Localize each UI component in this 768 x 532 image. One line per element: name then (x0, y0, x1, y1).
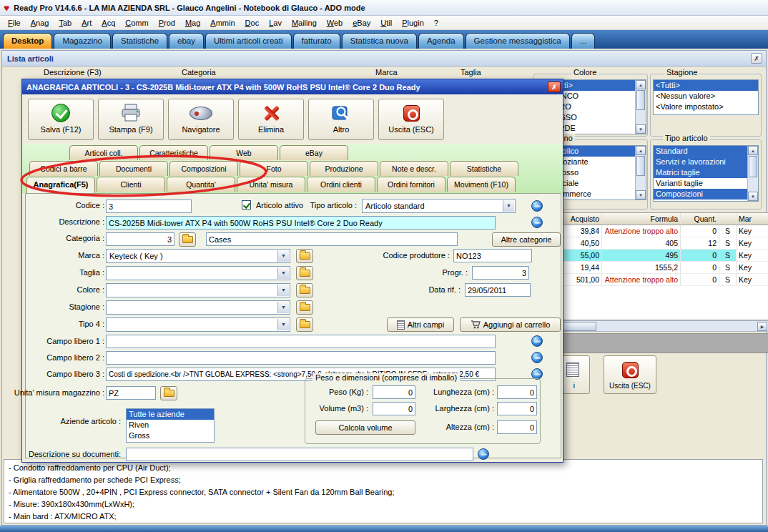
dtab-movimenti[interactable]: Movimenti (F10) (447, 177, 516, 192)
menu-item-mailing[interactable]: Mailing (287, 17, 322, 29)
table-row[interactable]: 40,50 405 12 S Key (534, 237, 768, 250)
dtab-anagrafica[interactable]: Anagrafica(F5) (26, 177, 95, 193)
scroll-thumb[interactable] (749, 156, 757, 177)
menu-item-util[interactable]: Util (375, 17, 397, 29)
menu-item-web[interactable]: Web (322, 17, 348, 29)
web-globe-icon[interactable] (531, 200, 543, 212)
categoria-code-input[interactable] (106, 232, 174, 246)
colore-combo[interactable]: ▼ (106, 283, 290, 297)
dtab-produzione[interactable]: Produzione (310, 161, 378, 176)
elimina-button[interactable]: Elimina (238, 99, 304, 140)
menu-item-lav[interactable]: Lav (264, 17, 287, 29)
codice-produttore-input[interactable] (453, 249, 532, 262)
web-globe-icon[interactable] (478, 448, 489, 460)
col-header[interactable]: Mar (737, 213, 768, 225)
list-item[interactable]: Standard (654, 146, 758, 157)
dtab-quantita[interactable]: Quantita' (167, 177, 235, 192)
descrizione-input[interactable] (106, 216, 496, 230)
chevron-down-icon[interactable]: ▼ (277, 319, 289, 330)
dtab-clienti[interactable]: Clienti (97, 177, 165, 192)
menu-item-prod[interactable]: Prod (154, 17, 180, 29)
price-table-hscrollbar[interactable]: ◀ ▶ (533, 320, 768, 332)
tab-fatturato[interactable]: fatturato (293, 33, 340, 49)
dtab-documenti[interactable]: Documenti (99, 161, 168, 176)
navigatore-button[interactable]: Navigatore (168, 99, 234, 140)
dtab-ordini-clienti[interactable]: Ordini clienti (307, 177, 375, 192)
scroll-up-icon[interactable]: ▲ (636, 80, 646, 89)
dtab-ordini-fornitori[interactable]: Ordini fornitori (377, 177, 445, 192)
tipo-articolo-combo[interactable]: Articolo standard ▼ (362, 199, 516, 213)
table-row-selected[interactable]: 55,00 495 0 S Key (534, 250, 768, 262)
data-rif-input[interactable] (465, 283, 531, 297)
scroll-up-icon[interactable]: ▲ (636, 146, 646, 155)
altri-campi-button[interactable]: Altri campi (387, 317, 454, 332)
menu-item-ebay[interactable]: eBay (348, 17, 375, 29)
dtab-foto[interactable]: Foto (240, 161, 308, 176)
tab-ultimi-articoli-creati[interactable]: Ultimi articoli creati (205, 33, 292, 49)
dialog-uscita-button[interactable]: Uscita (ESC) (378, 99, 444, 140)
dtab-articoli-coll[interactable]: Articoli coll. (69, 145, 138, 160)
lista-close-button[interactable]: ✗ (751, 53, 762, 64)
colore-folder-button[interactable] (296, 283, 313, 297)
peso-input[interactable] (373, 385, 415, 399)
altezza-input[interactable] (497, 420, 537, 434)
menu-item-file[interactable]: File (3, 17, 26, 29)
menu-item-mag[interactable]: Mag (180, 17, 205, 29)
scroll-thumb[interactable] (636, 90, 645, 110)
web-globe-icon[interactable] (531, 217, 543, 228)
list-item[interactable]: Gross (127, 430, 214, 441)
dtab-unita-misura[interactable]: Unita' misura (237, 177, 305, 192)
dtab-ebay[interactable]: eBay (280, 145, 348, 160)
scroll-up-icon[interactable]: ▲ (748, 146, 758, 155)
menu-item-acq[interactable]: Acq (97, 17, 120, 29)
tab-desktop[interactable]: Desktop (3, 33, 52, 49)
salva-button[interactable]: Salva (F12) (28, 99, 94, 140)
larghezza-input[interactable] (497, 402, 537, 415)
scroll-down-icon[interactable]: ▼ (636, 190, 646, 200)
tab-magazzino[interactable]: Magazzino (54, 33, 111, 49)
altre-categorie-button[interactable]: Altre categorie (492, 232, 561, 247)
tab-statistica-nuova[interactable]: Statistica nuova (342, 33, 417, 49)
tipo-articolo-scrollbar[interactable]: ▲ ▼ (747, 146, 758, 201)
lunghezza-input[interactable] (497, 385, 537, 399)
calcola-volume-button[interactable]: Calcola volume (315, 420, 415, 435)
tab-ebay[interactable]: ebay (169, 33, 204, 49)
tipo4-folder-button[interactable] (296, 317, 313, 332)
listino-scrollbar[interactable]: ▲ ▼ (635, 146, 646, 200)
chevron-down-icon[interactable]: ▼ (277, 250, 289, 262)
taglia-combo[interactable]: ▼ (106, 266, 290, 280)
campo-libero-2-input[interactable] (106, 351, 496, 365)
list-item[interactable]: Tutte le aziende (127, 409, 214, 420)
stagione-folder-button[interactable] (296, 300, 313, 315)
scroll-down-icon[interactable]: ▼ (748, 192, 758, 201)
list-item[interactable]: <Valore impostato> (654, 102, 758, 112)
list-item[interactable]: Varianti taglie (654, 178, 758, 189)
unita-folder-button[interactable] (160, 386, 177, 400)
list-item[interactable]: Riven (127, 420, 214, 430)
stampa-button[interactable]: Stampa (F9) (98, 99, 164, 140)
list-item[interactable]: Servizi e lavorazioni (654, 157, 758, 167)
unita-misura-input[interactable] (106, 386, 156, 400)
volume-input[interactable] (373, 402, 415, 415)
dtab-statistiche[interactable]: Statistiche (450, 161, 518, 176)
chevron-down-icon[interactable]: ▼ (277, 302, 289, 313)
table-row[interactable]: 19,44 1555,2 0 S Key (534, 262, 768, 274)
list-item[interactable]: <Nessun valore> (654, 91, 758, 102)
tipo4-combo[interactable]: ▼ (106, 317, 290, 332)
menu-item-plugin[interactable]: Plugin (397, 17, 429, 29)
table-row[interactable]: 501,00 Attenzione troppo alto 0 S Key (534, 274, 768, 286)
menu-item-art[interactable]: Art (77, 17, 97, 29)
colore-scrollbar[interactable]: ▲ ▼ (635, 80, 646, 134)
dtab-codici-a-barre[interactable]: Codici a barre (29, 161, 98, 176)
col-header[interactable]: Quant. (681, 213, 719, 225)
dtab-note-e-descr[interactable]: Note e descr. (380, 161, 448, 176)
col-header[interactable] (719, 213, 737, 225)
scroll-right-icon[interactable]: ▶ (757, 322, 767, 331)
scroll-down-icon[interactable]: ▼ (636, 124, 646, 134)
dtab-web[interactable]: Web (210, 145, 278, 160)
list-item[interactable]: Matrici taglie (654, 167, 758, 178)
categoria-input[interactable] (206, 232, 458, 246)
taglia-folder-button[interactable] (296, 266, 313, 280)
tab-agenda[interactable]: Agenda (418, 33, 464, 49)
list-item[interactable]: Composizioni (654, 189, 758, 200)
